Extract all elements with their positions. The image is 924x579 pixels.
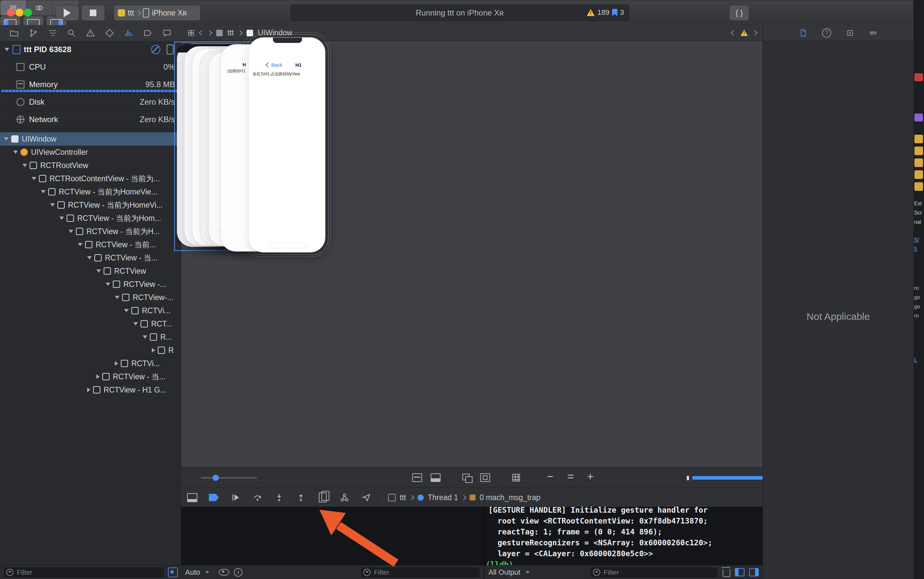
zoom-window-button[interactable] [24,8,32,16]
tree-row[interactable]: RCT... [0,317,181,330]
info-icon[interactable]: i [234,568,243,577]
disclosure-triangle[interactable] [78,243,83,246]
variables-filter-field[interactable] [360,567,480,578]
tree-row[interactable]: RCTVi... [0,304,181,317]
network-gauge-row[interactable]: Network Zero KB/s [0,111,181,128]
console-filter-input[interactable] [603,568,715,577]
disclosure-triangle[interactable] [23,164,27,167]
variables-filter-input[interactable] [373,568,477,577]
jumpbar-app[interactable]: ttt [227,28,233,37]
reset-viewing-area-button[interactable] [511,473,521,483]
debug-navigator-button[interactable] [124,28,134,38]
show-view-frames-button[interactable] [431,473,441,483]
process-row[interactable]: ttt PID 63628 [0,41,181,59]
previous-issue-button[interactable] [731,30,736,36]
tree-row[interactable]: RCTView - 当前为HomeVie... [0,185,181,198]
disclosure-triangle[interactable] [87,256,92,260]
disclosure-triangle[interactable] [142,335,147,339]
quick-help-inspector-button[interactable]: ? [822,28,831,38]
tree-row[interactable]: RCTView -... [0,278,181,291]
disclosure-triangle[interactable] [69,230,73,233]
disclosure-triangle[interactable] [5,48,9,51]
scheme-selector[interactable]: ttt iPhone Xʀ [114,5,201,21]
tree-row[interactable]: RCTView - 当前为Hom... [0,212,181,225]
warning-count[interactable]: 189 [597,8,609,17]
spacing-slider-knob[interactable] [212,475,219,481]
tree-row[interactable]: RCTRootContentView - 当前为... [0,172,181,185]
tree-row[interactable]: RCTView-... [0,291,181,304]
project-navigator-button[interactable] [9,28,19,38]
tree-row[interactable]: UIWindow [0,132,181,146]
memory-gauge-row[interactable]: Memory 95.8 MB [0,76,181,93]
tree-row[interactable]: RCTView [0,264,181,278]
disclosure-triangle[interactable] [133,322,138,325]
step-into-button[interactable] [268,493,290,502]
disclosure-triangle[interactable] [124,309,129,312]
debug-jump-thread[interactable]: Thread 1 [428,493,458,502]
next-issue-button[interactable] [753,30,757,36]
show-constraints-button[interactable] [462,473,472,483]
disclosure-triangle[interactable] [59,216,64,220]
simulate-location-button[interactable] [356,493,377,502]
related-items-icon[interactable] [187,29,195,37]
variables-view[interactable]: Auto i [181,507,484,579]
spacing-slider[interactable] [201,477,257,479]
jumpbar-item[interactable]: UIWindow [258,28,292,37]
zoom-out-button[interactable]: − [547,470,553,483]
debug-memory-graph-button[interactable] [334,493,356,502]
show-variables-only-icon[interactable] [735,568,744,576]
tree-row[interactable]: RCTVi... [0,357,181,370]
back-button[interactable] [199,30,204,36]
file-inspector-button[interactable] [799,29,808,37]
breakpoint-navigator-button[interactable] [143,28,153,38]
disclosure-triangle[interactable] [87,388,90,392]
tree-row[interactable]: RCTView - H1 G... [0,383,181,396]
identity-inspector-button[interactable] [846,29,854,37]
view-debugger-canvas[interactable] [181,41,762,467]
step-out-button[interactable] [290,493,312,502]
disclosure-triangle[interactable] [32,177,36,180]
minimize-window-button[interactable] [16,8,23,16]
zoom-actual-button[interactable]: = [567,470,574,483]
continue-button[interactable] [225,493,247,502]
pause-process-icon[interactable] [151,45,160,54]
tree-row[interactable]: RCTView - 当前... [0,238,181,251]
issue-navigator-button[interactable] [85,28,95,38]
debug-view-hierarchy-button[interactable] [312,492,334,502]
issue-warning-icon[interactable] [741,30,748,36]
filter-scope-icon[interactable] [168,568,178,577]
size-inspector-button[interactable] [869,29,877,37]
tree-row[interactable]: RCTView - 当前为HomeVi... [0,198,181,212]
disclosure-triangle[interactable] [115,361,118,366]
run-button[interactable] [56,5,79,21]
disclosure-triangle[interactable] [41,190,46,193]
cpu-gauge-row[interactable]: CPU 0% [0,59,181,76]
find-navigator-button[interactable] [67,28,77,38]
console-filter-field[interactable] [590,567,718,578]
forward-button[interactable] [207,30,212,36]
code-snippets-button[interactable]: { } [729,5,749,21]
clear-console-icon[interactable] [723,569,730,577]
tree-row[interactable]: R... [0,330,181,343]
stop-button[interactable] [81,5,105,21]
quicklook-icon[interactable] [219,569,229,576]
disclosure-triangle[interactable] [96,375,100,379]
tree-row[interactable]: RCTView - 当... [0,370,181,383]
tree-row[interactable]: RCTRootView [0,159,181,172]
disclosure-triangle[interactable] [115,296,119,299]
disclosure-triangle[interactable] [96,269,101,273]
orient-to-2d-button[interactable] [480,473,490,483]
tree-row[interactable]: RCTView - 当前为H... [0,225,181,238]
hide-debug-area-button[interactable] [181,493,203,502]
zoom-in-button[interactable]: + [587,470,594,483]
debug-jump-frame[interactable]: 0 mach_msg_trap [480,493,540,502]
flag-count[interactable]: 3 [620,8,624,17]
source-control-navigator-button[interactable] [28,28,38,38]
navigator-filter-field[interactable] [3,567,165,578]
debug-jump-app[interactable]: ttt [400,493,406,502]
show-clipped-content-button[interactable] [412,473,422,483]
disclosure-triangle[interactable] [4,137,8,141]
report-navigator-button[interactable] [162,28,172,38]
tree-row[interactable]: RCTView - 当... [0,251,181,264]
activity-viewer[interactable]: Running ttt on iPhone Xʀ 189 3 [291,5,629,21]
